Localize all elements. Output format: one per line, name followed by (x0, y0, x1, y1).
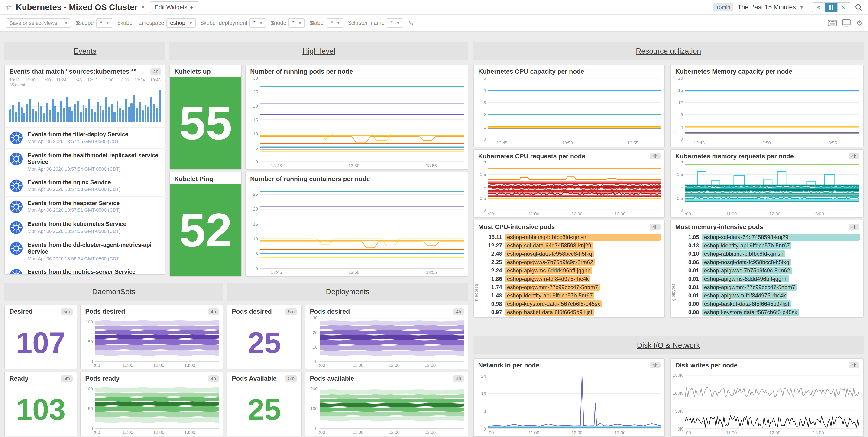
group-header-resource-utilization[interactable]: Resource utilization (473, 42, 864, 60)
widget-daemonsets-pods-desired-chart[interactable]: Pods desired4h 050100 :0011:0012:0013:00 (80, 305, 223, 369)
toplist-row[interactable]: 0.00 eshop-keystore-data-f567cb6f5-p45sx (678, 308, 860, 316)
event-item[interactable]: Events from the dd-cluster-agent-metrics… (5, 238, 165, 265)
event-item[interactable]: Events from the healthmodel-replicaset-s… (5, 148, 165, 175)
timeseries-chart[interactable]: 0510152025 13:4513:5013:55 (246, 183, 468, 276)
toplist-row[interactable]: 0.01 eshop-apigwmm-77c99bcc47-5nbm7 (678, 283, 860, 291)
chevron-down-icon: ▾ (190, 21, 192, 26)
widget-most-memory-intensive-pods[interactable]: Most memory-intensive pods4h gibibytes 1… (670, 220, 863, 318)
edit-widgets-button[interactable]: Edit Widgets+ (150, 1, 198, 13)
template-var-scope[interactable]: $scope *▾ (76, 18, 112, 28)
widget-most-cpu-intensive-pods[interactable]: Most CPU-intensive pods4h millicores 35.… (473, 220, 665, 318)
toplist-row[interactable]: 35.11 eshop-rabbitmq-bfbfbc8fd-xjmsn (481, 233, 661, 241)
toplist-row[interactable]: 0.01 eshop-apigwws-7b75b9fc9c-8rm62 (678, 266, 860, 274)
widget-cpu-requests[interactable]: Kubernetes CPU requests per node4h 00.51… (473, 149, 665, 218)
toplist-bar: eshop-identity-api-9ffdcb57b-5nr67 (505, 292, 661, 299)
toplist-row[interactable]: 0.01 eshop-apigwwm-fdf84d975-rhc4k (678, 292, 860, 300)
toplist-row[interactable]: 2.24 eshop-apigwms-6ddd496bff-jqghn (481, 266, 661, 274)
favorite-star-icon[interactable]: ☆ (6, 3, 12, 11)
toplist-row[interactable]: 0.98 eshop-keystore-data-f567cb6f5-p45sx (481, 300, 661, 308)
rewind-button[interactable]: « (812, 3, 825, 12)
widget-deployments-pods-desired-chart[interactable]: Pods desired4h 0102030 :0011:0012:0013:0… (305, 305, 468, 369)
toplist-row[interactable]: 0.10 eshop-rabbitmq-bfbfbc8fd-xjmsn (678, 250, 860, 258)
search-icon[interactable] (855, 3, 862, 11)
template-var-kube_namespace[interactable]: $kube_namespace eshop▾ (118, 18, 196, 28)
widget-memory-capacity[interactable]: Kubernetes Memory capacity per node 0481… (670, 65, 863, 147)
toplist-row[interactable]: 12.27 eshop-sql-data-64d7458598-knj29 (481, 241, 661, 249)
toplist-row[interactable]: 2.48 eshop-nosql-data-fc958bcc8-h5fkq (481, 250, 661, 258)
event-item[interactable]: Events from the kubernetes Service Mon A… (5, 217, 165, 238)
widget-cpu-capacity[interactable]: Kubernetes CPU capacity per node 012345 … (473, 65, 665, 147)
timeseries-chart[interactable]: 050100 :0011:0012:0013:00 (81, 316, 223, 369)
timeseries-chart[interactable]: 081624 :0011:0012:0013:00 (474, 370, 664, 436)
widget-deployments-pods-available-chart[interactable]: Pods available4h 0100200 :0011:0012:0013… (305, 372, 468, 436)
widget-daemonsets-desired[interactable]: Desired5m 107 (4, 305, 77, 369)
event-histogram-times: 10:1210:3611:0011:2411:4812:1212:3613:00… (9, 78, 161, 82)
toplist-value: 0.97 (481, 309, 502, 315)
tv-mode-icon[interactable] (842, 20, 850, 27)
template-variable-bar: Save or select views▾ $scope *▾ $kube_na… (0, 15, 868, 32)
toplist-row[interactable]: 1.74 eshop-apigwmm-77c99bcc47-5nbm7 (481, 283, 661, 291)
widget-disk-writes-per-node[interactable]: Disk writes per node4h 0K50K100K150K :00… (670, 359, 863, 437)
widget-deployments-pods-desired[interactable]: Pods desired5m 25 (227, 305, 302, 369)
edit-pencil-icon[interactable]: ✎ (408, 19, 413, 27)
event-timeline[interactable]: 10:1210:3611:0011:2411:4812:1212:3613:00… (5, 76, 165, 127)
timeseries-chart[interactable]: 012345 13:4513:5013:55 (474, 76, 664, 147)
timeseries-chart[interactable]: 00.511.52 :0011:0012:0013:00 (474, 161, 664, 217)
toplist-row[interactable]: 1.48 eshop-identity-api-9ffdcb57b-5nr67 (481, 292, 661, 300)
group-header-deployments[interactable]: Deployments (227, 282, 468, 301)
x-axis-labels: 13:4513:5013:55 (260, 162, 464, 168)
widget-running-pods-per-node[interactable]: Number of running pods per node 05101520… (245, 65, 468, 170)
event-item[interactable]: Events from the nginx Service Mon Apr 06… (5, 175, 165, 196)
template-var-node[interactable]: $node *▾ (271, 18, 305, 28)
template-var-cluster_name[interactable]: $cluster_name *▾ (348, 18, 403, 28)
timeseries-chart[interactable]: 0100200 :0011:0012:0013:00 (305, 383, 468, 436)
widget-running-containers-per-node[interactable]: Number of running containers per node 05… (245, 172, 468, 276)
time-range-chevron-down-icon[interactable]: ▾ (800, 4, 803, 10)
toplist-row[interactable]: 0.00 eshop-basket-data-6f5f6645b9-lljst (678, 300, 860, 308)
toplist-value: 0.01 (678, 284, 699, 291)
event-item[interactable]: Events from the tiller-deploy Service Mo… (5, 127, 165, 148)
event-item[interactable]: Events from the heapster Service Mon Apr… (5, 196, 165, 217)
timeseries-chart[interactable]: 051015202530 13:4513:5013:55 (246, 76, 468, 169)
template-var-kube_deployment[interactable]: $kube_deployment *▾ (200, 18, 266, 28)
widget-memory-requests[interactable]: Kubernetes memory requests per node4h 00… (670, 149, 863, 218)
timeseries-chart[interactable]: 0K50K100K150K :0011:0012:0013:00 (671, 370, 863, 436)
template-var-label[interactable]: $label *▾ (310, 18, 343, 28)
plus-icon: + (190, 4, 193, 11)
timeseries-chart[interactable]: 0102030 :0011:0012:0013:00 (305, 316, 468, 369)
toplist-row[interactable]: 1.86 eshop-apigwwm-fdf84d975-rhc4k (481, 275, 661, 283)
event-title: Events from the metrics-server Service (28, 268, 135, 274)
settings-gear-icon[interactable]: ⚙ (856, 19, 862, 27)
widget-network-in-per-node[interactable]: Network in per node4h 081624 :0011:0012:… (473, 359, 665, 437)
keyboard-shortcuts-icon[interactable] (828, 20, 837, 26)
widget-kubelets-up[interactable]: Kubelets up 55 (169, 65, 242, 170)
widget-daemonsets-ready[interactable]: Ready5m 103 (4, 372, 77, 436)
widget-daemonsets-pods-ready-chart[interactable]: Pods ready4h 050100 :0011:0012:0013:00 (80, 372, 223, 436)
group-header-disk-network[interactable]: Disk I/O & Network (473, 336, 864, 355)
event-item[interactable]: Events from the metrics-server Service M… (5, 265, 165, 274)
toplist-row[interactable]: 2.25 eshop-apigwws-7b75b9fc9c-8rm62 (481, 258, 661, 266)
widget-deployments-pods-available[interactable]: Pods Available5m 25 (227, 372, 302, 436)
kubernetes-logo-icon (9, 131, 23, 145)
toplist-row[interactable]: 0.01 eshop-apigwms-6ddd496bff-jqghn (678, 275, 860, 283)
timeseries-chart[interactable]: 050100 :0011:0012:0013:00 (81, 383, 223, 436)
timeseries-chart[interactable]: 00.511.52 :0011:0012:0013:00 (671, 161, 863, 217)
toplist-row[interactable]: 0.13 eshop-identity-api-9ffdcb57b-5nr67 (678, 241, 860, 249)
forward-button[interactable]: » (838, 3, 850, 12)
toplist-row[interactable]: 0.06 eshop-nosql-data-fc958bcc8-h5fkq (678, 258, 860, 266)
toplist-row[interactable]: 0.97 eshop-basket-data-6f5f6645b9-lljst (481, 308, 661, 316)
pause-button[interactable] (825, 3, 838, 12)
toplist-row[interactable]: 1.05 eshop-sql-data-64d7458598-knj29 (678, 233, 860, 241)
widget-events-stream[interactable]: Events that match "sources:kubernetes *"… (4, 65, 165, 275)
dashboard-title-chevron-down-icon[interactable]: ▾ (142, 4, 144, 10)
group-header-events[interactable]: Events (4, 42, 165, 60)
saved-views-dropdown[interactable]: Save or select views▾ (6, 18, 71, 28)
time-range-badge[interactable]: 15min (713, 3, 733, 11)
time-range-label[interactable]: The Past 15 Minutes (738, 3, 796, 11)
group-header-high-level[interactable]: High level (169, 42, 468, 60)
group-header-daemonsets[interactable]: DaemonSets (4, 282, 223, 301)
event-title: Events from the nginx Service (28, 179, 121, 186)
toplist-bar: eshop-sql-data-64d7458598-knj29 (702, 234, 860, 241)
timeseries-chart[interactable]: 048121620 13:4513:5013:55 (671, 76, 863, 147)
widget-kubelet-ping[interactable]: Kubelet Ping 52 (169, 172, 242, 276)
